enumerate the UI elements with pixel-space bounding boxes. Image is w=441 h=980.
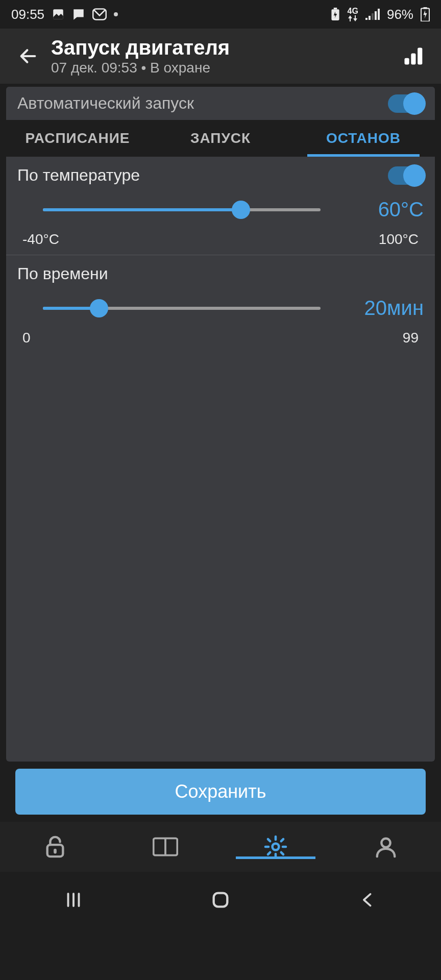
svg-rect-5: [369, 16, 371, 20]
chat-icon: [72, 8, 85, 21]
temperature-value: 60°C: [347, 198, 424, 221]
svg-line-26: [281, 839, 283, 841]
temperature-max-label: 100°C: [379, 231, 419, 248]
temperature-slider[interactable]: [43, 208, 321, 211]
svg-point-18: [273, 844, 279, 850]
time-slider[interactable]: [43, 307, 321, 310]
autostart-row: Автоматический запуск: [6, 87, 435, 120]
time-max-label: 99: [403, 330, 419, 346]
android-recents-button[interactable]: [28, 891, 119, 909]
autostart-toggle[interactable]: [388, 94, 424, 113]
tab-bar: РАСПИСАНИЕ ЗАПУСК ОСТАНОВ: [6, 120, 435, 157]
svg-rect-31: [214, 893, 228, 907]
connection-button[interactable]: [395, 45, 431, 67]
status-bar: 09:55 4G 96%: [0, 0, 441, 29]
nav-lock[interactable]: [0, 835, 110, 859]
page-subtitle: 07 дек. 09:53 • В охране: [51, 60, 395, 76]
temperature-label: По температуре: [17, 166, 140, 185]
svg-rect-3: [333, 8, 337, 9]
android-nav-bar: [0, 872, 441, 928]
save-button-label: Сохранить: [175, 781, 266, 802]
svg-rect-11: [405, 58, 409, 65]
autostart-label: Автоматический запуск: [17, 94, 194, 113]
section-time: По времени 20мин 0 99: [6, 255, 435, 353]
svg-rect-15: [54, 849, 57, 854]
android-home-button[interactable]: [175, 890, 266, 910]
app-header: Запуск двигателя 07 дек. 09:53 • В охран…: [0, 29, 441, 84]
temperature-toggle[interactable]: [388, 166, 424, 185]
svg-line-24: [281, 852, 283, 854]
svg-rect-13: [418, 48, 422, 65]
svg-rect-4: [365, 18, 368, 20]
nav-book[interactable]: [110, 837, 220, 857]
time-value: 20мин: [347, 297, 424, 320]
settings-card: Автоматический запуск РАСПИСАНИЕ ЗАПУСК …: [6, 87, 435, 762]
tab-schedule[interactable]: РАСПИСАНИЕ: [6, 120, 149, 157]
image-icon: [52, 8, 65, 21]
android-back-button[interactable]: [322, 890, 413, 910]
svg-rect-12: [411, 54, 415, 65]
mail-icon: [92, 8, 107, 20]
svg-line-23: [268, 839, 270, 841]
battery-care-icon: [330, 8, 340, 21]
network-type-icon: 4G: [348, 7, 358, 21]
nav-profile[interactable]: [331, 835, 441, 859]
svg-rect-10: [424, 7, 427, 9]
svg-point-27: [381, 839, 390, 847]
more-notifications-dot-icon: [114, 12, 118, 16]
tab-start[interactable]: ЗАПУСК: [149, 120, 292, 157]
time-min-label: 0: [22, 330, 31, 346]
network-type-label: 4G: [348, 7, 358, 15]
bottom-nav: [0, 822, 441, 872]
svg-rect-7: [375, 11, 377, 20]
signal-strength-icon: [365, 9, 380, 20]
battery-charging-icon: [421, 7, 430, 21]
nav-settings[interactable]: [220, 835, 331, 859]
section-temperature: По температуре 60°C -40°C 100°C: [6, 157, 435, 255]
svg-rect-6: [372, 13, 374, 20]
save-button[interactable]: Сохранить: [15, 769, 426, 815]
tab-stop[interactable]: ОСТАНОВ: [292, 120, 435, 157]
svg-rect-8: [378, 9, 380, 20]
battery-percent: 96%: [387, 7, 413, 22]
time-label: По времени: [17, 264, 108, 283]
status-time: 09:55: [11, 7, 44, 22]
svg-line-25: [268, 852, 270, 854]
temperature-min-label: -40°C: [22, 231, 59, 248]
back-button[interactable]: [10, 38, 46, 74]
page-title: Запуск двигателя: [51, 36, 395, 59]
